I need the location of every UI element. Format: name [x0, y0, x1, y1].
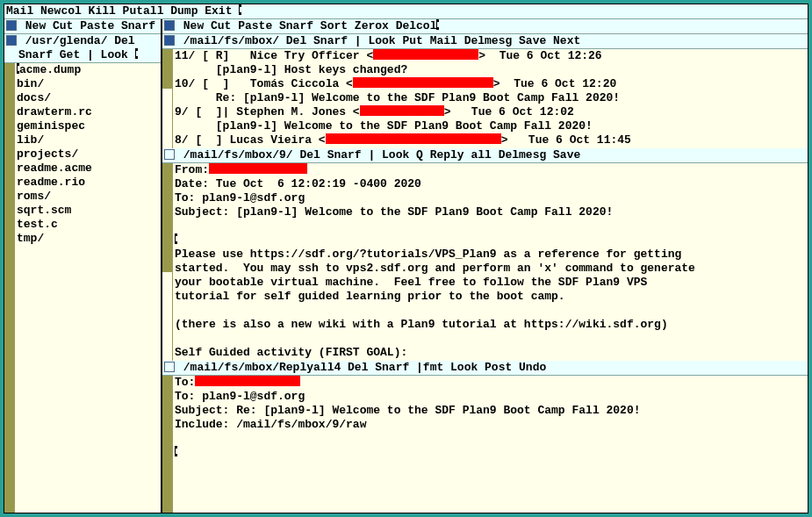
- win-handle-icon[interactable]: [6, 35, 17, 46]
- win-handle-icon[interactable]: [164, 362, 175, 372]
- msg-content[interactable]: From: Date: Tue Oct 6 12:02:19 -0400 202…: [173, 163, 808, 361]
- msg-window: /mail/fs/mbox/9/ Del Snarf | Look Q Repl…: [162, 148, 808, 361]
- main-tag-text: Mail Newcol Kill Putall Dump Exit: [6, 4, 239, 18]
- reply-tag[interactable]: /mail/fs/mbox/Replyall4 Del Snarf |fmt L…: [162, 361, 808, 376]
- dir-content[interactable]: acme.dump bin/ docs/ drawterm.rc geminis…: [15, 63, 161, 513]
- reply-body: To: To: plan9-l@sdf.org Subject: Re: [pl…: [162, 376, 808, 513]
- right-column: New Cut Paste Snarf Sort Zerox Delcol /m…: [162, 19, 808, 513]
- right-col-tag-text: New Cut Paste Snarf Sort Zerox Delcol: [176, 19, 436, 32]
- dir-body: acme.dump bin/ docs/ drawterm.rc geminis…: [4, 63, 161, 513]
- mbox-window: /mail/fs/mbox/ Del Snarf | Look Put Mail…: [162, 34, 808, 148]
- acme-frame: Mail Newcol Kill Putall Dump Exit New Cu…: [4, 4, 808, 513]
- dir-tag[interactable]: /usr/glenda/ Del Snarf Get | Look: [4, 34, 161, 63]
- win-handle-icon[interactable]: [164, 35, 175, 46]
- dir-window: /usr/glenda/ Del Snarf Get | Look acme.d…: [4, 34, 161, 513]
- dir-tag-text: /usr/glenda/ Del Snarf Get | Look: [18, 34, 141, 61]
- mbox-tag[interactable]: /mail/fs/mbox/ Del Snarf | Look Put Mail…: [162, 34, 808, 49]
- msg-tag[interactable]: /mail/fs/mbox/9/ Del Snarf | Look Q Repl…: [162, 148, 808, 163]
- mbox-tag-text: /mail/fs/mbox/ Del Snarf | Look Put Mail…: [176, 34, 806, 48]
- win-handle-icon[interactable]: [164, 149, 175, 160]
- right-col-tag[interactable]: New Cut Paste Snarf Sort Zerox Delcol: [162, 19, 808, 34]
- col-handle-icon[interactable]: [6, 20, 17, 31]
- mbox-scrollbar[interactable]: [162, 49, 173, 148]
- mbox-content[interactable]: 11/ [ R] Nice Try Officer <> Tue 6 Oct 1…: [173, 49, 808, 148]
- left-col-tag-text: New Cut Paste Snarf: [18, 19, 159, 33]
- dir-scrollbar[interactable]: [4, 63, 15, 513]
- reply-content[interactable]: To: To: plan9-l@sdf.org Subject: Re: [pl…: [173, 376, 808, 513]
- msg-tag-text: /mail/fs/mbox/9/ Del Snarf | Look Q Repl…: [176, 148, 806, 162]
- left-column: New Cut Paste Snarf /usr/glenda/ Del Sna…: [4, 19, 162, 513]
- msg-body: From: Date: Tue Oct 6 12:02:19 -0400 202…: [162, 163, 808, 361]
- col-handle-icon[interactable]: [164, 20, 175, 31]
- msg-scrollbar[interactable]: [162, 163, 173, 361]
- main-tag[interactable]: Mail Newcol Kill Putall Dump Exit: [4, 4, 808, 19]
- left-col-tag[interactable]: New Cut Paste Snarf: [4, 19, 161, 34]
- reply-scrollbar[interactable]: [162, 376, 173, 513]
- columns: New Cut Paste Snarf /usr/glenda/ Del Sna…: [4, 19, 808, 513]
- mbox-body: 11/ [ R] Nice Try Officer <> Tue 6 Oct 1…: [162, 49, 808, 148]
- reply-window: /mail/fs/mbox/Replyall4 Del Snarf |fmt L…: [162, 361, 808, 513]
- reply-tag-text: /mail/fs/mbox/Replyall4 Del Snarf |fmt L…: [176, 361, 806, 375]
